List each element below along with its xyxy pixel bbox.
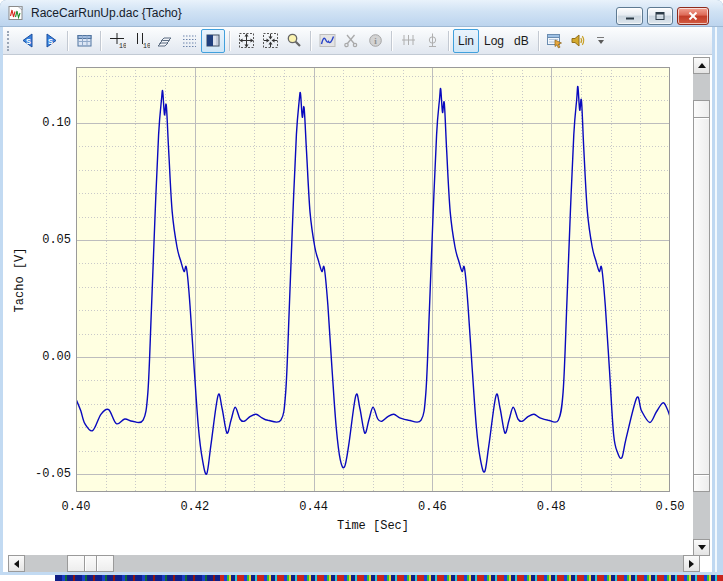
svg-text:10: 10 — [143, 43, 150, 50]
probe-icon — [424, 32, 441, 49]
toolbar-separator — [391, 31, 392, 51]
single-display-button[interactable] — [201, 29, 225, 53]
y-tick-label: 0.10 — [11, 116, 71, 130]
restore-button[interactable] — [647, 7, 673, 25]
plot-client-area: 0.100.050.00-0.05 0.400.420.440.460.480.… — [3, 55, 712, 572]
scroll-right-button[interactable] — [683, 555, 700, 572]
y-axis-title: Tacho [V] — [13, 248, 27, 313]
y-cursor-button[interactable]: 10 — [129, 29, 153, 53]
window-border-left — [0, 27, 3, 572]
scroll-up-button[interactable] — [693, 57, 710, 74]
toolbar-separator — [538, 31, 539, 51]
background-colormap-left — [55, 575, 220, 581]
arrow-down-icon — [698, 545, 706, 550]
expand-icon — [238, 32, 255, 49]
log-scale-button[interactable]: Log — [479, 29, 509, 53]
svg-text:S: S — [47, 37, 52, 46]
toolbar-grip[interactable] — [7, 31, 12, 51]
prev-triangle-icon: S — [19, 32, 36, 49]
lin-scale-button[interactable]: Lin — [453, 29, 479, 53]
x-tick-label: 0.44 — [299, 500, 328, 514]
close-icon — [688, 11, 698, 21]
dotted-rows-icon — [181, 32, 198, 49]
window-title: RaceCarRunUp.dac {Tacho} — [31, 6, 182, 20]
next-triangle-icon: S — [43, 32, 60, 49]
screen: RaceCarRunUp.dac {Tacho} S S — [0, 0, 723, 581]
play-audio-button[interactable] — [567, 29, 591, 53]
compress-icon — [262, 32, 279, 49]
y-tick-label: 0.05 — [11, 233, 71, 247]
background-colormap-right — [220, 575, 723, 581]
wave-edit-icon — [319, 32, 336, 49]
toolbar-separator — [100, 31, 101, 51]
arrow-right-icon — [689, 560, 694, 568]
y-tick-label: -0.05 — [11, 467, 71, 481]
expand-view-button[interactable] — [234, 29, 258, 53]
magnifier-icon — [286, 32, 303, 49]
harmonic-comb-icon — [400, 32, 417, 49]
horizontal-scrollbar-thumb[interactable] — [67, 555, 114, 572]
x-axis-title: Time [Sec] — [337, 519, 409, 533]
zoom-button[interactable] — [282, 29, 306, 53]
title-bar[interactable]: RaceCarRunUp.dac {Tacho} — [0, 0, 723, 27]
toolbar-overflow-button[interactable] — [595, 30, 607, 52]
cut-signal-button[interactable] — [339, 29, 363, 53]
scissors-icon — [343, 32, 360, 49]
arrow-up-icon — [698, 63, 706, 68]
edit-signal-button[interactable] — [315, 29, 339, 53]
minimize-button[interactable] — [616, 7, 643, 25]
x-tick-label: 0.46 — [418, 500, 447, 514]
svg-text:S: S — [25, 37, 30, 46]
toolbar-separator — [310, 31, 311, 51]
background-window-strip — [0, 575, 723, 581]
toolbar-separator — [229, 31, 230, 51]
restore-icon — [654, 11, 666, 21]
dotted-display-button[interactable] — [177, 29, 201, 53]
window-border-right — [712, 27, 723, 572]
x-tick-label: 0.50 — [656, 500, 685, 514]
y-cursor-icon: 10 — [133, 32, 150, 49]
toolbar-separator — [67, 31, 68, 51]
svg-text:10: 10 — [119, 43, 126, 50]
scroll-left-button[interactable] — [8, 555, 25, 572]
x-tick-label: 0.40 — [62, 500, 91, 514]
harmonic-cursor-button[interactable] — [396, 29, 420, 53]
scroll-down-button[interactable] — [693, 539, 710, 556]
minimize-icon — [625, 12, 635, 21]
waveform-plot[interactable] — [76, 67, 670, 492]
previous-signal-button[interactable]: S — [15, 29, 39, 53]
overflow-bar-icon — [597, 37, 604, 38]
properties-panel-icon — [546, 32, 564, 49]
db-scale-button[interactable]: dB — [509, 29, 534, 53]
probe-cursor-button[interactable] — [420, 29, 444, 53]
properties-button[interactable] — [543, 29, 567, 53]
toolbar: S S 10 10 — [3, 27, 712, 55]
arrow-left-icon — [14, 560, 19, 568]
grid-icon — [76, 32, 93, 49]
chevron-down-icon — [598, 40, 604, 44]
single-display-icon — [205, 32, 222, 49]
x-cursor-icon: 10 — [109, 32, 126, 49]
vertical-scrollbar[interactable] — [693, 57, 710, 556]
toolbar-separator — [448, 31, 449, 51]
grid-setup-button[interactable] — [72, 29, 96, 53]
x-tick-label: 0.42 — [180, 500, 209, 514]
x-cursor-button[interactable]: 10 — [105, 29, 129, 53]
close-button[interactable] — [677, 7, 709, 25]
overlay-icon — [157, 32, 174, 49]
next-signal-button[interactable]: S — [39, 29, 63, 53]
vertical-scrollbar-thumb[interactable] — [693, 100, 710, 492]
info-button[interactable]: i — [363, 29, 387, 53]
app-icon — [8, 5, 25, 21]
app-window: RaceCarRunUp.dac {Tacho} S S — [0, 0, 723, 575]
info-icon: i — [367, 32, 384, 49]
speaker-icon — [570, 32, 588, 49]
y-tick-label: 0.00 — [11, 350, 71, 364]
compress-view-button[interactable] — [258, 29, 282, 53]
overlay-display-button[interactable] — [153, 29, 177, 53]
horizontal-scrollbar[interactable] — [8, 555, 700, 572]
x-tick-label: 0.48 — [537, 500, 566, 514]
